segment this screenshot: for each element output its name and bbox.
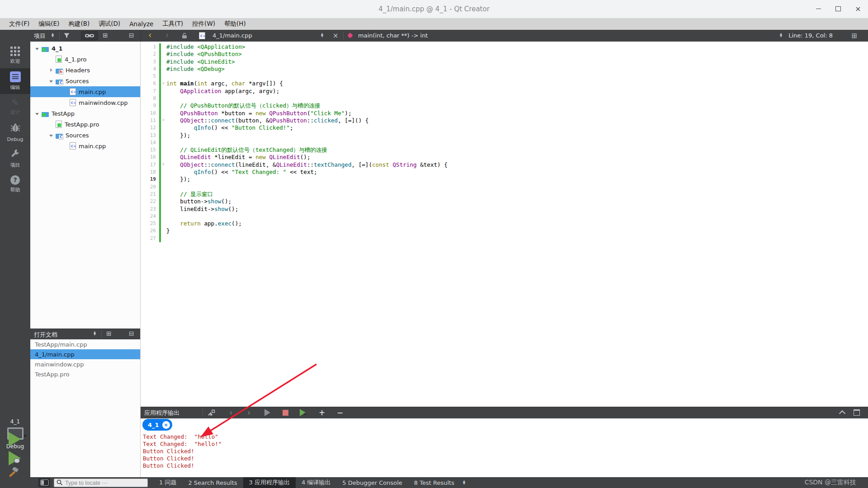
code-line[interactable]: 25 return app.exec(); [141, 220, 448, 227]
expander-icon[interactable] [48, 67, 55, 74]
symbol-selector[interactable]: main(int, char **) -> int [358, 32, 428, 39]
code-editor[interactable]: 1#include <QApplication>2#include <QPush… [141, 42, 868, 407]
output-pane-tab[interactable]: 2 Search Results [182, 477, 243, 488]
tree-item-TestApp[interactable]: TestApp [30, 108, 140, 119]
expander-icon[interactable] [48, 78, 55, 84]
mode-edit[interactable]: 编辑 [0, 68, 30, 94]
menu-item[interactable]: 构建(B) [64, 20, 94, 28]
collapse-panel-icon[interactable]: ⊟ [129, 330, 134, 337]
tree-item-TestApp.pro[interactable]: TestApp.pro [30, 119, 140, 130]
tree-item-Sources[interactable]: Sources [30, 130, 140, 141]
run-icon[interactable] [264, 408, 270, 417]
code-line[interactable]: 9 // QPushButton的默认信号（clicked）与槽的连接 [141, 102, 448, 109]
collapse-panel-icon[interactable]: ⊟ [129, 32, 134, 39]
panel-selector-icon[interactable]: ▲▼ [94, 331, 96, 336]
output-pane-tab[interactable]: 8 Test Results [408, 477, 460, 488]
go-forward-icon[interactable]: › [165, 32, 169, 38]
rerun-icon[interactable] [300, 408, 306, 417]
stop-icon[interactable] [283, 408, 288, 417]
cursor-dropdown-icon[interactable]: ▲▼ [780, 33, 782, 38]
open-document-TestApp.pro[interactable]: TestApp.pro [30, 369, 140, 379]
code-line[interactable]: 10 QPushButton *button = new QPushButton… [141, 110, 448, 117]
go-back-icon[interactable]: ‹ [148, 32, 152, 38]
tree-item-main.cpp[interactable]: main.cpp [30, 86, 140, 97]
fold-marker-icon[interactable]: ∨ [162, 117, 166, 122]
mode-projects[interactable]: 项目 [0, 145, 30, 171]
output-pane-tab[interactable]: 1 问题 [153, 477, 182, 488]
filter-icon[interactable] [64, 33, 70, 38]
expander-icon[interactable] [34, 45, 41, 52]
output-pane-tab[interactable]: 3 应用程序输出 [243, 477, 296, 488]
collapse-pane-icon[interactable] [840, 408, 844, 417]
code-line[interactable]: 21 // 显示窗口 [141, 191, 448, 198]
menu-item[interactable]: Analyze [125, 20, 158, 28]
code-line[interactable]: 17 QObject::connect(lineEdit, &QLineEdit… [141, 161, 448, 169]
code-line[interactable]: 11 QObject::connect(button, &QPushButton… [141, 117, 448, 124]
pane-selector-icon[interactable]: ▲▼ [463, 480, 465, 485]
next-item-icon[interactable]: › [247, 408, 250, 417]
fold-marker-icon[interactable]: ∨ [162, 162, 166, 166]
tree-item-4_1.pro[interactable]: 4_1.pro [30, 54, 140, 65]
code-line[interactable]: 12 qInfo() << "Button Clicked!"; [141, 124, 448, 131]
maximize-pane-icon[interactable] [854, 408, 860, 417]
toggle-sidebar-icon[interactable] [38, 478, 50, 487]
code-line[interactable]: 4#include <QDebug> [141, 66, 448, 73]
mode-help[interactable]: ? 帮助 [0, 171, 30, 197]
file-dropdown-icon[interactable]: ▲▼ [321, 33, 323, 38]
code-line[interactable]: 27 [141, 235, 448, 242]
expander-icon[interactable] [48, 132, 55, 139]
menu-item[interactable]: 调试(D) [94, 20, 125, 28]
code-line[interactable]: 26} [141, 227, 448, 235]
menu-item[interactable]: 文件(F) [5, 20, 34, 28]
open-document-4_1/main.cpp[interactable]: 4_1/main.cpp [30, 349, 140, 359]
tree-item-4_1[interactable]: 4_1 [30, 43, 140, 54]
code-line[interactable]: 18 qInfo() << "Text Changed: " << text; [141, 169, 448, 176]
code-line[interactable]: 7 QApplication app(argc, argv); [141, 88, 448, 95]
open-document-mainwindow.cpp[interactable]: mainwindow.cpp [30, 359, 140, 369]
locator-input[interactable] [54, 479, 148, 487]
run-output-tab[interactable]: 4_1 × [142, 419, 172, 431]
previous-item-icon[interactable]: ‹ [229, 408, 232, 417]
output-pane-tab[interactable]: 4 编译输出 [296, 477, 336, 488]
code-line[interactable]: 6int main(int argc, char *argv[]) { [141, 80, 448, 87]
zoom-out-icon[interactable]: − [337, 408, 343, 417]
code-line[interactable]: 5 [141, 73, 448, 80]
menu-item[interactable]: 帮助(H) [220, 20, 250, 28]
tree-item-mainwindow.cpp[interactable]: mainwindow.cpp [30, 97, 140, 108]
code-line[interactable]: 8 [141, 95, 448, 102]
code-line[interactable]: 2#include <QPushButton> [141, 51, 448, 58]
code-line[interactable]: 1#include <QApplication> [141, 43, 448, 51]
code-line[interactable]: 19 }); [141, 176, 448, 183]
split-editor-icon[interactable]: ⊞ [851, 32, 857, 40]
open-file-selector[interactable]: 4_1/main.cpp [212, 32, 252, 39]
code-line[interactable]: 14 [141, 139, 448, 146]
sync-with-editor-button[interactable] [81, 31, 98, 40]
code-line[interactable]: 16 QLineEdit *lineEdit = new QLineEdit()… [141, 154, 448, 161]
tree-item-main.cpp[interactable]: main.cpp [30, 141, 140, 151]
code-line[interactable]: 13 }); [141, 132, 448, 139]
panel-selector-icon[interactable]: ▲▼ [52, 33, 54, 38]
fold-marker-icon[interactable]: ∨ [162, 81, 166, 85]
tree-item-Headers[interactable]: Headers [30, 65, 140, 75]
mode-debug[interactable]: Debug [0, 120, 30, 145]
split-panel-icon[interactable]: ⊞ [106, 330, 112, 337]
menu-item[interactable]: 控件(W) [188, 20, 220, 28]
tree-item-Sources[interactable]: Sources [30, 75, 140, 86]
lock-icon[interactable] [182, 33, 187, 39]
code-line[interactable]: 20 [141, 183, 448, 191]
output-pane-tab[interactable]: 5 Debugger Console [336, 477, 408, 488]
open-document-TestApp/main.cpp[interactable]: TestApp/main.cpp [30, 339, 140, 349]
minimize-button[interactable] [808, 0, 828, 17]
maximize-button[interactable] [828, 0, 848, 17]
mode-welcome[interactable]: 欢迎 [0, 42, 30, 68]
clear-output-icon[interactable] [208, 408, 215, 417]
code-line[interactable]: 22 button->show(); [141, 198, 448, 205]
close-run-tab-icon[interactable]: × [162, 421, 170, 429]
code-line[interactable]: 15 // QLineEdit的默认信号（textChanged）与槽的连接 [141, 146, 448, 154]
code-line[interactable]: 23 lineEdit->show(); [141, 206, 448, 213]
menu-item[interactable]: 工具(T) [158, 20, 188, 28]
menu-item[interactable]: 编辑(E) [34, 20, 64, 28]
code-line[interactable]: 3#include <QLineEdit> [141, 58, 448, 66]
expander-icon[interactable] [34, 110, 41, 117]
close-document-icon[interactable]: × [333, 32, 339, 40]
